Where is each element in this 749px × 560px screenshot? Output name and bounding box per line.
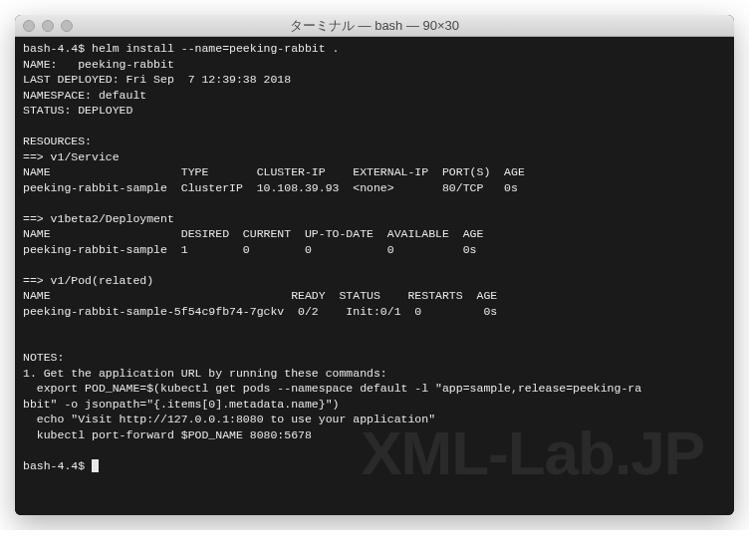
window-title: ターミナル — bash — 90×30 xyxy=(15,17,734,35)
output-line: NOTES: xyxy=(23,351,64,364)
output-line: kubectl port-forward $POD_NAME 8080:5678 xyxy=(23,428,312,441)
terminal-content[interactable]: bash-4.4$ helm install --name=peeking-ra… xyxy=(15,37,734,515)
command-text: helm install --name=peeking-rabbit . xyxy=(92,42,339,55)
cursor-icon xyxy=(92,459,99,472)
zoom-icon[interactable] xyxy=(61,20,73,32)
terminal-window: ターミナル — bash — 90×30 bash-4.4$ helm inst… xyxy=(15,15,734,515)
output-line: echo "Visit http://127.0.0.1:8080 to use… xyxy=(23,413,435,425)
output-line: peeking-rabbit-sample-5f54c9fb74-7gckv 0… xyxy=(23,305,497,318)
output-line: peeking-rabbit-sample ClusterIP 10.108.3… xyxy=(23,181,518,194)
output-line: 1. Get the application URL by running th… xyxy=(23,367,387,380)
output-line: NAME: peeking-rabbit xyxy=(23,58,174,71)
titlebar[interactable]: ターミナル — bash — 90×30 xyxy=(15,15,734,37)
traffic-lights xyxy=(23,20,73,32)
output-line: ==> v1/Pod(related) xyxy=(23,274,153,287)
output-line: LAST DEPLOYED: Fri Sep 7 12:39:38 2018 xyxy=(23,73,291,86)
output-line: NAME DESIRED CURRENT UP-TO-DATE AVAILABL… xyxy=(23,227,483,240)
output-line: RESOURCES: xyxy=(23,135,92,147)
output-line: ==> v1/Service xyxy=(23,150,120,163)
output-line: NAME TYPE CLUSTER-IP EXTERNAL-IP PORT(S)… xyxy=(23,165,525,178)
output-line: STATUS: DEPLOYED xyxy=(23,104,132,117)
output-line: export POD_NAME=$(kubectl get pods --nam… xyxy=(23,382,641,395)
output-line: peeking-rabbit-sample 1 0 0 0 0s xyxy=(23,243,476,256)
close-icon[interactable] xyxy=(23,20,35,32)
prompt: bash-4.4$ xyxy=(23,42,92,55)
minimize-icon[interactable] xyxy=(42,20,54,32)
output-line: bbit" -o jsonpath="{.items[0].metadata.n… xyxy=(23,398,339,411)
prompt: bash-4.4$ xyxy=(23,459,92,472)
output-line: NAMESPACE: default xyxy=(23,89,146,102)
output-line: ==> v1beta2/Deployment xyxy=(23,212,174,225)
output-line: NAME READY STATUS RESTARTS AGE xyxy=(23,289,497,302)
